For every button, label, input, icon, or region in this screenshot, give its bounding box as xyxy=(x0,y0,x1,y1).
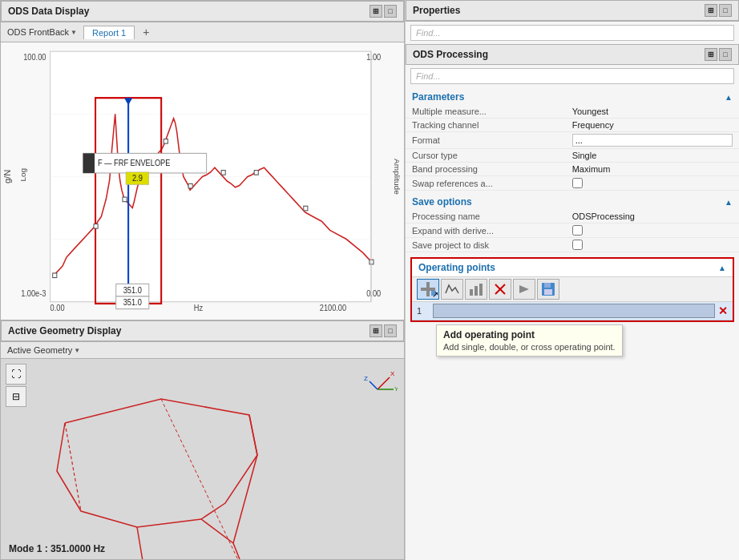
svg-rect-43 xyxy=(544,289,552,295)
ods-float-icon[interactable]: □ xyxy=(384,5,397,18)
svg-line-28 xyxy=(249,415,257,455)
geometry-title: Active Geometry Display xyxy=(8,325,121,336)
svg-rect-15 xyxy=(164,139,168,144)
op-add-point-btn[interactable]: ↗ xyxy=(417,279,439,300)
svg-rect-19 xyxy=(304,206,308,211)
svg-text:Hz: Hz xyxy=(194,303,203,312)
op-close-btn[interactable]: ✕ xyxy=(718,304,728,317)
properties-header-icons: ⊞ □ xyxy=(705,4,732,17)
y-axis-scale: Log xyxy=(18,168,27,182)
ods-tab-add[interactable]: + xyxy=(138,24,154,40)
project-checkbox[interactable] xyxy=(572,240,583,250)
ods-processing-find-placeholder: Find... xyxy=(416,71,441,81)
save-name-value: ODSProcessing xyxy=(566,210,739,224)
save-row-project: Save project to disk xyxy=(406,238,739,252)
svg-marker-40 xyxy=(519,285,529,293)
trace-label-text: F — FRF ENVELOPE xyxy=(98,159,171,167)
save-expand-label: Expand with derive... xyxy=(406,224,566,238)
op-arrow-btn[interactable] xyxy=(513,279,535,300)
svg-text:0.00: 0.00 xyxy=(366,289,381,298)
swap-checkbox-cell xyxy=(572,178,733,188)
param-name-cursor: Cursor type xyxy=(406,149,566,163)
param-value-format[interactable] xyxy=(566,132,739,149)
properties-title: Properties xyxy=(413,5,460,16)
param-name-swap: Swap references a... xyxy=(406,176,566,191)
save-options-header[interactable]: Save options ▲ xyxy=(406,194,739,210)
svg-text:Amplitude: Amplitude xyxy=(393,159,402,195)
geometry-dropdown-label: Active Geometry xyxy=(7,345,72,355)
op-delete-btn[interactable] xyxy=(489,279,511,300)
ods-dropdown[interactable]: ODS FrontBack ▼ xyxy=(4,26,80,38)
param-value-swap xyxy=(566,176,739,191)
op-row: 1 ✕ Add operating point Add single, doub… xyxy=(412,302,733,320)
ods-split-icon[interactable]: ⊞ xyxy=(370,5,382,18)
signal-icon xyxy=(444,281,460,297)
right-panel: Properties ⊞ □ Find... ODS Processing ⊞ … xyxy=(405,0,739,560)
geo-split-icon[interactable]: ⊞ xyxy=(370,324,382,337)
chart-area: g/N Log 100.00 1.00e-3 Amplitude 1.00 0.… xyxy=(1,42,404,320)
op-row-number: 1 xyxy=(417,306,430,316)
param-row-band: Band processing Maximum xyxy=(406,163,739,176)
cursor-freq2: 351.0 xyxy=(123,298,142,307)
param-name-multiple: Multiple measure... xyxy=(406,105,566,119)
geo-float-icon[interactable]: □ xyxy=(384,324,397,337)
svg-text:2100.00: 2100.00 xyxy=(320,303,346,312)
ods-data-title: ODS Data Display xyxy=(8,6,89,17)
y-axis-label: g/N xyxy=(3,170,12,183)
param-row-tracking: Tracking channel Frequency xyxy=(406,119,739,132)
op-signal-btn[interactable] xyxy=(441,279,463,300)
mode-status: Mode 1 : 351.0000 Hz xyxy=(9,543,105,554)
cursor-value: 2.9 xyxy=(132,174,143,183)
parameters-header[interactable]: Parameters ▲ xyxy=(406,89,739,105)
ods-processing-find-bar[interactable]: Find... xyxy=(410,68,734,84)
left-panel: ODS Data Display ⊞ □ ODS FrontBack ▼ Rep… xyxy=(0,0,405,560)
parameters-label: Parameters xyxy=(412,91,464,103)
svg-rect-37 xyxy=(479,284,483,296)
main-layout: ODS Data Display ⊞ □ ODS FrontBack ▼ Rep… xyxy=(0,0,739,560)
geometry-dropdown-arrow: ▼ xyxy=(74,347,80,354)
odsp-float-icon[interactable]: □ xyxy=(719,48,732,61)
svg-rect-17 xyxy=(221,171,225,175)
save-disk-icon xyxy=(540,281,556,297)
operating-points-section: Operating points ▲ ↗ xyxy=(410,257,734,322)
svg-line-29 xyxy=(233,455,257,543)
param-name-band: Band processing xyxy=(406,163,566,176)
save-project-label: Save project to disk xyxy=(406,238,566,252)
svg-rect-14 xyxy=(123,197,127,202)
swap-checkbox[interactable] xyxy=(572,178,583,188)
save-row-name: Processing name ODSProcessing xyxy=(406,210,739,224)
op-bar-btn[interactable] xyxy=(465,279,487,300)
odsp-split-icon[interactable]: ⊞ xyxy=(705,48,717,61)
svg-rect-36 xyxy=(474,286,478,296)
param-row-cursor: Cursor type Single xyxy=(406,149,739,163)
props-float-icon[interactable]: □ xyxy=(719,4,732,17)
geometry-view: ⛶ ⊟ X Y Z xyxy=(1,359,404,559)
svg-rect-18 xyxy=(254,171,258,175)
expand-checkbox[interactable] xyxy=(572,225,583,236)
expand-checkbox-cell xyxy=(572,225,733,236)
properties-find-bar[interactable]: Find... xyxy=(410,25,734,41)
op-save-btn[interactable] xyxy=(537,279,559,300)
format-input[interactable] xyxy=(572,134,733,147)
svg-text:1.00e-3: 1.00e-3 xyxy=(21,289,46,298)
param-row-format: Format xyxy=(406,132,739,149)
tooltip-box: Add operating point Add single, double, … xyxy=(436,324,623,357)
svg-rect-33 xyxy=(426,282,430,296)
tooltip-description: Add single, double, or cross operating p… xyxy=(443,342,616,352)
properties-header: Properties ⊞ □ xyxy=(406,0,739,22)
svg-text:100.00: 100.00 xyxy=(23,53,46,62)
properties-find-placeholder: Find... xyxy=(416,28,441,38)
save-options-label: Save options xyxy=(412,196,472,207)
props-split-icon[interactable]: ⊞ xyxy=(705,4,717,17)
param-value-tracking: Frequency xyxy=(566,119,739,132)
param-row-multiple: Multiple measure... Youngest xyxy=(406,105,739,119)
svg-rect-13 xyxy=(94,224,98,229)
geometry-dropdown[interactable]: Active Geometry ▼ xyxy=(4,344,83,357)
ods-tab-report1[interactable]: Report 1 xyxy=(83,26,135,39)
save-options-table: Processing name ODSProcessing Expand wit… xyxy=(406,210,739,252)
parameters-table: Multiple measure... Youngest Tracking ch… xyxy=(406,105,739,191)
save-row-expand: Expand with derive... xyxy=(406,224,739,238)
ods-processing-header: ODS Processing ⊞ □ xyxy=(406,44,739,65)
cursor-overlay: ↗ xyxy=(432,290,438,299)
op-toolbar: ↗ xyxy=(412,276,733,302)
